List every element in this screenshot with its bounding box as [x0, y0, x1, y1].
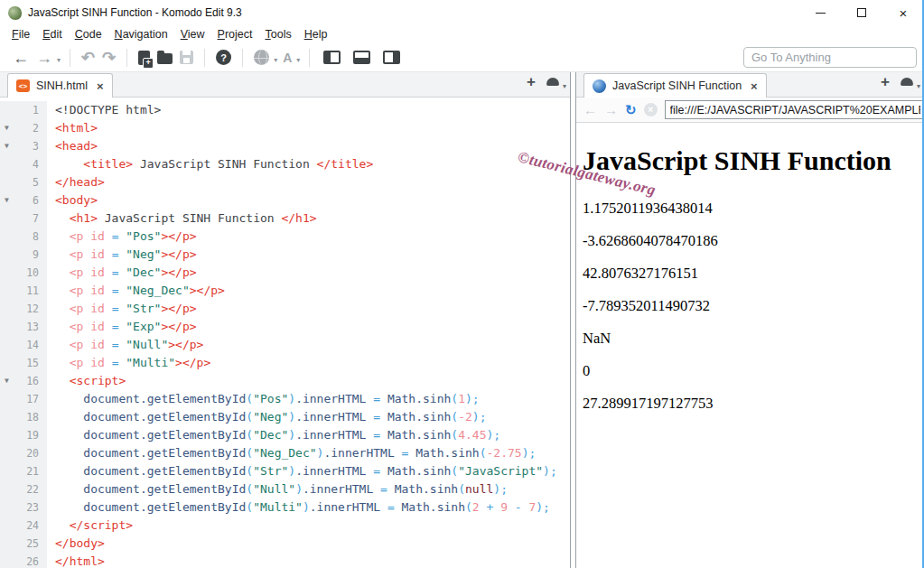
fold-arrow-icon[interactable]: ▼ — [5, 191, 9, 210]
toolbar: ← → ▾ ↶ ↷ ? ▾ A ▾ — [0, 43, 924, 72]
code-line[interactable]: 14 <p id = "Null"></p> — [0, 336, 570, 354]
sinh-result: 0 — [583, 363, 924, 379]
browser-forward-button[interactable]: → — [604, 103, 618, 116]
code-line[interactable]: 4 <title> JavaScript SINH Function </tit… — [0, 155, 570, 173]
line-number: 12 — [0, 300, 47, 318]
browser-preview-button[interactable] — [254, 50, 269, 65]
code-line[interactable]: 7 <h1> JavaScript SINH Function </h1> — [0, 210, 570, 228]
bottom-pane-toggle-button[interactable] — [350, 51, 373, 64]
menu-item-file[interactable]: File — [5, 28, 36, 41]
code-line[interactable]: 9 <p id = "Neg"></p> — [0, 246, 570, 264]
code-line[interactable]: 6▼<body> — [0, 191, 570, 210]
code-line[interactable]: 10 <p id = "Dec"></p> — [0, 264, 570, 282]
code-line[interactable]: 13 <p id = "Exp"></p> — [0, 318, 570, 336]
code-line[interactable]: 12 <p id = "Str"></p> — [0, 300, 570, 318]
tab-close-icon[interactable]: × — [97, 80, 104, 92]
line-number: 20 — [0, 444, 47, 462]
line-number: 15 — [0, 354, 47, 372]
browser-back-button[interactable]: ← — [583, 103, 597, 116]
code-line[interactable]: 25</body> — [0, 535, 570, 553]
code-line[interactable]: 5</head> — [0, 173, 570, 191]
code-text: </body> — [47, 535, 105, 553]
menu-item-project[interactable]: Project — [211, 28, 259, 41]
code-text: <p id = "Neg_Dec"></p> — [47, 282, 225, 300]
tab-list-button[interactable] — [901, 78, 913, 86]
forward-dropdown-icon[interactable]: ▾ — [57, 56, 61, 64]
browser-stop-button[interactable]: × — [644, 103, 658, 116]
preview-tabbar: JavaScript SINH Function × + — [576, 72, 924, 98]
back-button[interactable]: ← — [13, 50, 29, 66]
window-controls: × — [799, 0, 924, 25]
code-text: document.getElementById("Neg").innerHTML… — [47, 408, 486, 426]
menu-item-view[interactable]: View — [174, 28, 211, 41]
line-number: 23 — [0, 498, 47, 517]
code-line[interactable]: 24 </script> — [0, 517, 570, 535]
open-file-button[interactable] — [157, 51, 173, 64]
code-line[interactable]: 17 document.getElementById("Pos").innerH… — [0, 390, 570, 408]
help-icon: ? — [216, 50, 231, 65]
line-number: 26 — [0, 553, 47, 568]
browser-refresh-button[interactable]: ↻ — [625, 103, 637, 116]
code-line[interactable]: 22 document.getElementById("Null").inner… — [0, 480, 570, 498]
code-line[interactable]: 15 <p id = "Multi"></p> — [0, 354, 570, 372]
code-editor[interactable]: 1<!DOCTYPE html>2▼<html>3▼<head>4 <title… — [0, 98, 570, 568]
undo-button[interactable]: ↶ — [81, 50, 95, 66]
line-number: 21 — [0, 462, 47, 480]
goto-anything-input[interactable] — [743, 47, 917, 68]
menu-item-tools[interactable]: Tools — [258, 28, 297, 41]
new-tab-button[interactable]: + — [527, 74, 536, 89]
tab-list-button[interactable] — [546, 78, 559, 86]
code-text: <p id = "Dec"></p> — [47, 264, 197, 282]
code-line[interactable]: 8 <p id = "Pos"></p> — [0, 228, 570, 246]
menu-item-edit[interactable]: Edit — [36, 28, 69, 41]
redo-button[interactable]: ↷ — [102, 50, 116, 66]
code-line[interactable]: 26</html> — [0, 553, 570, 568]
font-dropdown-icon[interactable]: ▾ — [296, 56, 300, 64]
code-line[interactable]: 1<!DOCTYPE html> — [0, 101, 570, 119]
line-number: 22 — [0, 480, 47, 498]
line-number: 4 — [0, 155, 47, 173]
preview-tab-label: JavaScript SINH Function — [612, 79, 742, 92]
pane-splitter[interactable] — [570, 72, 576, 568]
maximize-button[interactable] — [841, 0, 882, 25]
code-line[interactable]: 19 document.getElementById("Dec").innerH… — [0, 426, 570, 444]
tab-close-icon[interactable]: × — [751, 80, 758, 92]
preview-heading: JavaScript SINH Function — [583, 143, 924, 179]
toolbar-separator — [204, 49, 205, 67]
save-button[interactable] — [180, 51, 193, 64]
code-line[interactable]: 23 document.getElementById("Multi").inne… — [0, 498, 570, 517]
editor-tab-sinh-html[interactable]: <> SINH.html × — [7, 73, 113, 98]
code-line[interactable]: 16▼ <script> — [0, 372, 570, 390]
code-line[interactable]: 21 document.getElementById("Str").innerH… — [0, 462, 570, 480]
preview-content: JavaScript SINH Function 1.1752011936438… — [576, 123, 924, 568]
close-button[interactable]: × — [882, 0, 924, 25]
code-line[interactable]: 18 document.getElementById("Neg").innerH… — [0, 408, 570, 426]
fold-arrow-icon[interactable]: ▼ — [5, 137, 9, 155]
new-tab-button[interactable]: + — [881, 74, 890, 89]
menu-item-navigation[interactable]: Navigation — [108, 28, 174, 41]
code-text: document.getElementById("Null").innerHTM… — [47, 480, 508, 498]
font-button[interactable]: A — [283, 51, 292, 65]
sinh-result: 27.289917197127753 — [583, 396, 924, 412]
close-icon: × — [900, 6, 908, 20]
main-area: <> SINH.html × + 1<!DOCTYPE html>2▼<html… — [0, 72, 924, 568]
minimize-button[interactable] — [799, 0, 841, 25]
right-pane-toggle-button[interactable] — [380, 51, 403, 64]
help-button[interactable]: ? — [216, 50, 231, 65]
line-number: 16▼ — [0, 372, 47, 390]
line-number: 10 — [0, 264, 47, 282]
code-line[interactable]: 11 <p id = "Neg_Dec"></p> — [0, 282, 570, 300]
menu-item-code[interactable]: Code — [69, 28, 108, 41]
code-line[interactable]: 20 document.getElementById("Neg_Dec").in… — [0, 444, 570, 462]
fold-arrow-icon[interactable]: ▼ — [5, 119, 9, 137]
new-file-button[interactable] — [138, 51, 150, 65]
forward-button[interactable]: → — [36, 50, 52, 66]
address-bar[interactable] — [665, 100, 924, 119]
browser-preview-dropdown-icon[interactable]: ▾ — [274, 56, 277, 64]
code-line[interactable]: 2▼<html> — [0, 119, 570, 137]
code-line[interactable]: 3▼<head> — [0, 137, 570, 155]
preview-tab[interactable]: JavaScript SINH Function × — [583, 73, 767, 98]
left-pane-toggle-button[interactable] — [321, 51, 343, 64]
fold-arrow-icon[interactable]: ▼ — [5, 372, 9, 390]
menu-item-help[interactable]: Help — [298, 28, 334, 41]
